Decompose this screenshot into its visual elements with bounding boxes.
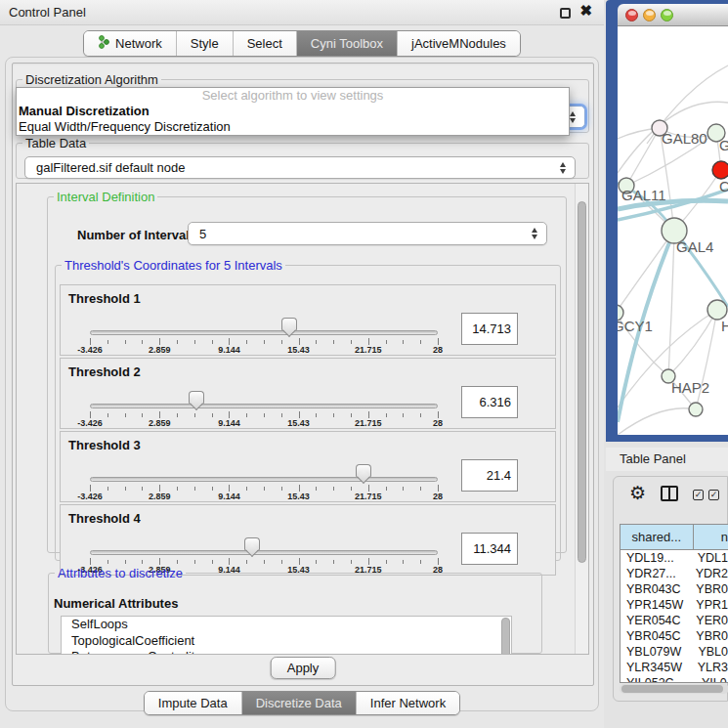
table-row[interactable]: YPR145WYPR1 xyxy=(621,597,728,613)
scrollbar-thumb[interactable] xyxy=(578,201,586,563)
network-node-h[interactable] xyxy=(707,300,727,320)
gear-icon[interactable]: ⚙ xyxy=(629,484,646,502)
tab-discretize-data[interactable]: Discretize Data xyxy=(242,692,357,714)
slider-track[interactable] xyxy=(90,550,438,555)
cell-name[interactable]: YDR2 xyxy=(690,566,728,581)
node-label: H xyxy=(721,318,728,334)
tick-mark xyxy=(229,338,230,345)
tick-mark xyxy=(159,411,160,418)
slider-track[interactable] xyxy=(90,477,438,482)
dropdown-option-equal-width-frequency[interactable]: Equal Width/Frequency Discretization xyxy=(17,119,569,135)
table-row[interactable]: YDL19...YDL1 xyxy=(621,550,728,566)
column-layout-icon[interactable] xyxy=(661,486,678,501)
slider-thumb-icon[interactable] xyxy=(281,318,297,330)
cell-shared-name[interactable]: YDR27... xyxy=(621,566,690,581)
slider-thumb-icon[interactable] xyxy=(244,537,260,550)
network-icon xyxy=(98,35,110,52)
close-traffic-light-icon[interactable] xyxy=(625,9,638,21)
tick-mark xyxy=(420,340,421,344)
tab-jactivemnodules[interactable]: jActiveMNodules xyxy=(398,31,520,56)
tick-mark xyxy=(316,340,317,344)
cell-name[interactable]: YBR0 xyxy=(690,581,728,597)
slider-track[interactable] xyxy=(90,404,438,408)
slider-thumb-icon[interactable] xyxy=(356,464,371,477)
cell-shared-name[interactable]: YLR345W xyxy=(621,660,692,675)
cell-name[interactable]: YDL1 xyxy=(692,550,728,566)
network-edge[interactable] xyxy=(668,310,717,376)
network-edge[interactable] xyxy=(618,231,674,313)
list-item-topologicalcoefficient[interactable]: TopologicalCoefficient xyxy=(62,633,511,650)
number-of-intervals-select[interactable]: 5 xyxy=(188,222,547,245)
cell-name[interactable]: YBR0 xyxy=(690,628,728,644)
cell-shared-name[interactable]: YBR043C xyxy=(621,581,690,597)
cell-name[interactable]: YER0 xyxy=(690,613,728,628)
slider-track[interactable] xyxy=(90,330,438,335)
interval-definition-title: Interval Definition xyxy=(54,190,157,204)
table-row[interactable]: YLR345WYLR3 xyxy=(621,660,728,675)
tick-mark xyxy=(316,413,317,417)
tick-mark xyxy=(420,413,421,417)
tab-cyni-toolbox[interactable]: Cyni Toolbox xyxy=(297,31,398,56)
threshold-value-field[interactable]: 21.4 xyxy=(461,459,518,492)
network-edge[interactable] xyxy=(618,408,696,435)
table-data-select[interactable]: galFiltered.sif default node xyxy=(24,156,576,179)
minimize-traffic-light-icon[interactable] xyxy=(643,9,656,21)
tick-label: 15.43 xyxy=(287,418,310,428)
cell-name[interactable]: YBL0 xyxy=(692,644,728,660)
table-row[interactable]: YDR27...YDR2 xyxy=(621,566,728,581)
threshold-value-field[interactable]: 14.713 xyxy=(461,313,518,345)
tick-mark xyxy=(438,338,439,345)
horizontal-scrollbar[interactable] xyxy=(620,684,728,694)
table-row[interactable]: YBR043CYBR0 xyxy=(621,581,728,597)
network-edge[interactable] xyxy=(668,231,674,376)
list-scrollbar[interactable] xyxy=(501,618,510,655)
checkbox-icon[interactable]: ✓ xyxy=(693,490,704,500)
thresholds-group-title: Threshold's Coordinates for 5 Intervals xyxy=(62,258,285,273)
list-item-betweennesscentrality[interactable]: BetweennessCentrality xyxy=(62,649,511,655)
control-panel-window: Control Panel ✖ NetworkStyleSelectCyni T… xyxy=(0,0,604,728)
dropdown-option-manual-discretization[interactable]: Manual Discretization xyxy=(17,104,569,119)
column-header-name[interactable]: n xyxy=(694,525,728,549)
checkbox-icon[interactable]: ✓ xyxy=(708,490,719,500)
tab-impute-data[interactable]: Impute Data xyxy=(145,692,242,714)
numerical-attributes-list[interactable]: SelfLoopsTopologicalCoefficientBetweenne… xyxy=(61,616,512,655)
tab-infer-network[interactable]: Infer Network xyxy=(357,692,459,714)
table-row[interactable]: YBL079WYBL0 xyxy=(621,644,728,660)
cell-shared-name[interactable]: YPR145W xyxy=(621,597,690,613)
algorithm-dropdown-popup: Select algorithm to view settings Manual… xyxy=(16,87,570,136)
cell-shared-name[interactable]: YDL19... xyxy=(621,550,692,566)
float-window-icon[interactable] xyxy=(560,8,571,19)
network-node-c[interactable] xyxy=(712,161,728,179)
cell-name[interactable]: YIL0 xyxy=(696,675,728,683)
tick-label: 28 xyxy=(433,492,443,501)
close-icon[interactable]: ✖ xyxy=(579,2,592,20)
column-header-shared-name[interactable]: shared... xyxy=(621,525,694,549)
table-row[interactable]: YIL052CYIL0 xyxy=(621,675,728,683)
threshold-value-field[interactable]: 6.316 xyxy=(461,386,518,418)
slider-thumb-icon[interactable] xyxy=(189,391,204,404)
cell-shared-name[interactable]: YIL052C xyxy=(621,675,696,683)
network-node[interactable] xyxy=(689,403,703,416)
tab-label: Select xyxy=(247,36,282,51)
cell-name[interactable]: YPR1 xyxy=(690,597,728,613)
threshold-value-field[interactable]: 11.344 xyxy=(461,533,518,565)
tab-network[interactable]: Network xyxy=(84,31,177,56)
tab-style[interactable]: Style xyxy=(177,31,234,56)
tab-select[interactable]: Select xyxy=(234,31,297,56)
table-row[interactable]: YER054CYER0 xyxy=(621,613,728,628)
zoom-traffic-light-icon[interactable] xyxy=(661,9,673,21)
cell-shared-name[interactable]: YBR045C xyxy=(621,628,690,644)
vertical-scrollbar[interactable] xyxy=(575,184,588,654)
tick-mark xyxy=(246,340,247,344)
network-canvas[interactable]: GAL80GCGAL11GAL4GCY1HHAP2 xyxy=(618,26,728,435)
table-row[interactable]: YBR045CYBR0 xyxy=(621,628,728,644)
list-item-selfloops[interactable]: SelfLoops xyxy=(62,617,511,633)
tick-label: 9.144 xyxy=(218,345,240,355)
combo-arrows-icon xyxy=(570,111,576,123)
cell-shared-name[interactable]: YBL079W xyxy=(621,644,692,660)
scrollbar-thumb[interactable] xyxy=(621,685,723,693)
cell-shared-name[interactable]: YER054C xyxy=(621,613,690,628)
tick-mark xyxy=(420,560,421,564)
cell-name[interactable]: YLR3 xyxy=(692,660,728,675)
apply-button[interactable]: Apply xyxy=(271,657,336,679)
